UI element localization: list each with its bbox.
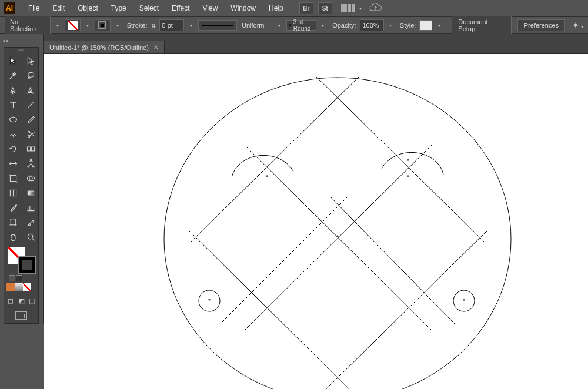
menu-edit[interactable]: Edit <box>46 2 71 15</box>
fill-swatch[interactable] <box>65 19 81 31</box>
pen-tool[interactable] <box>4 83 22 98</box>
svg-point-0 <box>9 117 16 122</box>
gradient-tool[interactable] <box>22 186 39 200</box>
draw-behind-icon[interactable]: ◩ <box>16 296 26 306</box>
opacity-input[interactable]: 100% <box>360 19 384 31</box>
brush-definition[interactable]: 3 pt. Round <box>286 20 316 31</box>
svg-point-14 <box>28 234 33 239</box>
chevron-down-icon[interactable]: ▾ <box>84 23 91 28</box>
menu-window[interactable]: Window <box>225 2 262 15</box>
profile-name: Uniform <box>242 22 272 29</box>
sync-settings-icon[interactable] <box>369 3 383 14</box>
stroke-color[interactable] <box>18 256 36 274</box>
arrange-documents[interactable]: ▾ <box>341 4 362 12</box>
collapse-handle[interactable]: ◂◂ <box>0 36 43 45</box>
chevron-right-icon[interactable]: › <box>387 22 394 29</box>
stroke-label: Stroke: <box>127 22 148 29</box>
artboard-tool[interactable] <box>4 215 22 230</box>
free-transform-tool[interactable] <box>4 171 22 186</box>
svg-rect-4 <box>31 147 34 151</box>
type-tool[interactable] <box>4 98 22 112</box>
svg-rect-13 <box>11 220 16 225</box>
svg-line-18 <box>189 230 373 389</box>
width-tool[interactable] <box>4 156 22 171</box>
line-tool[interactable] <box>22 98 39 112</box>
curvature-tool[interactable] <box>22 83 39 98</box>
menu-view[interactable]: View <box>197 2 224 15</box>
reflect-tool[interactable] <box>22 142 39 156</box>
tools-panel: ◂◂ ┉┉ <box>0 34 44 324</box>
swap-colors-icon[interactable] <box>16 275 22 281</box>
svg-rect-12 <box>28 191 34 195</box>
chevron-down-icon[interactable]: ▾ <box>436 23 443 28</box>
chevron-down-icon[interactable]: ▾ <box>54 23 61 28</box>
menu-select[interactable]: Select <box>133 2 165 15</box>
stroke-stepper[interactable]: ⇅ <box>151 22 156 29</box>
chevron-down-icon[interactable]: ▾ <box>188 23 195 28</box>
stock-button[interactable]: St <box>318 2 332 14</box>
ellipse-tool[interactable] <box>4 112 22 127</box>
rotate-tool[interactable] <box>4 142 22 156</box>
shape-builder-tool[interactable] <box>22 171 39 186</box>
menu-object[interactable]: Object <box>72 2 104 15</box>
chevron-down-icon[interactable]: ▾ <box>114 23 121 28</box>
menu-bar: Ai File Edit Object Type Select Effect V… <box>0 0 588 16</box>
eyedropper-tool[interactable] <box>4 200 22 215</box>
stroke-profile[interactable] <box>198 20 237 31</box>
panel-grip[interactable]: ┉┉ <box>4 48 38 53</box>
preferences-button[interactable]: Preferences <box>517 19 565 31</box>
lasso-tool[interactable] <box>22 68 39 83</box>
canvas[interactable] <box>44 54 588 389</box>
chevron-down-icon[interactable]: ▾ <box>276 23 283 28</box>
close-icon[interactable]: ✕ <box>153 44 158 51</box>
draw-inside-icon[interactable]: ◫ <box>27 296 36 306</box>
menu-type[interactable]: Type <box>105 2 132 15</box>
svg-line-23 <box>329 195 455 324</box>
graphic-style-swatch[interactable] <box>419 20 432 31</box>
chevron-down-icon: ▾ <box>359 6 362 11</box>
bridge-button[interactable]: Br <box>299 2 313 14</box>
hand-tool[interactable] <box>4 230 22 244</box>
chevron-down-icon[interactable]: ▾ <box>320 23 327 28</box>
color-swatch-none[interactable] <box>23 283 31 291</box>
svg-line-22 <box>220 195 349 324</box>
align-flyout-icon[interactable]: ✦▾ <box>572 21 583 30</box>
screen-mode-icon[interactable] <box>15 311 27 320</box>
opacity-label: Opacity: <box>332 22 356 29</box>
zoom-tool[interactable] <box>22 230 39 244</box>
svg-point-2 <box>28 131 29 133</box>
document-tab[interactable]: Untitled-1* @ 150% (RGB/Outline) ✕ <box>44 41 165 53</box>
menu-effect[interactable]: Effect <box>166 2 195 15</box>
stroke-weight-input[interactable]: 5 pt <box>159 19 185 31</box>
menu-file[interactable]: File <box>22 2 45 15</box>
color-swatch-solid[interactable] <box>6 283 15 291</box>
document-setup-button[interactable]: Document Setup <box>452 16 511 35</box>
scissors-tool[interactable] <box>22 127 39 142</box>
selection-tool[interactable] <box>4 53 22 68</box>
color-swatch-gradient[interactable] <box>15 283 23 291</box>
slice-tool[interactable] <box>22 215 39 230</box>
control-bar: No Selection ▾ ▾ ▾ Stroke: ⇅ 5 pt ▾ Unif… <box>0 16 588 34</box>
default-colors-icon[interactable] <box>9 275 15 281</box>
puppet-warp-tool[interactable] <box>22 156 39 171</box>
arrange-icon <box>341 4 355 12</box>
dot-icon <box>289 24 291 26</box>
shaper-tool[interactable] <box>4 127 22 142</box>
color-mode-row <box>4 281 38 291</box>
selection-indicator[interactable]: No Selection <box>5 16 51 35</box>
draw-normal-icon[interactable]: ◻ <box>6 296 15 306</box>
menu-help[interactable]: Help <box>263 2 289 15</box>
direct-selection-tool[interactable] <box>22 53 39 68</box>
magic-wand-tool[interactable] <box>4 68 22 83</box>
stroke-swatch[interactable] <box>95 19 111 31</box>
svg-rect-8 <box>10 175 16 181</box>
svg-point-1 <box>28 135 29 137</box>
svg-point-7 <box>32 166 34 167</box>
paintbrush-tool[interactable] <box>22 112 39 127</box>
mesh-tool[interactable] <box>4 186 22 200</box>
svg-rect-3 <box>27 147 30 151</box>
column-graph-tool[interactable] <box>22 200 39 215</box>
fill-stroke-control[interactable] <box>6 247 36 274</box>
svg-line-21 <box>314 75 485 242</box>
svg-line-20 <box>191 75 361 242</box>
